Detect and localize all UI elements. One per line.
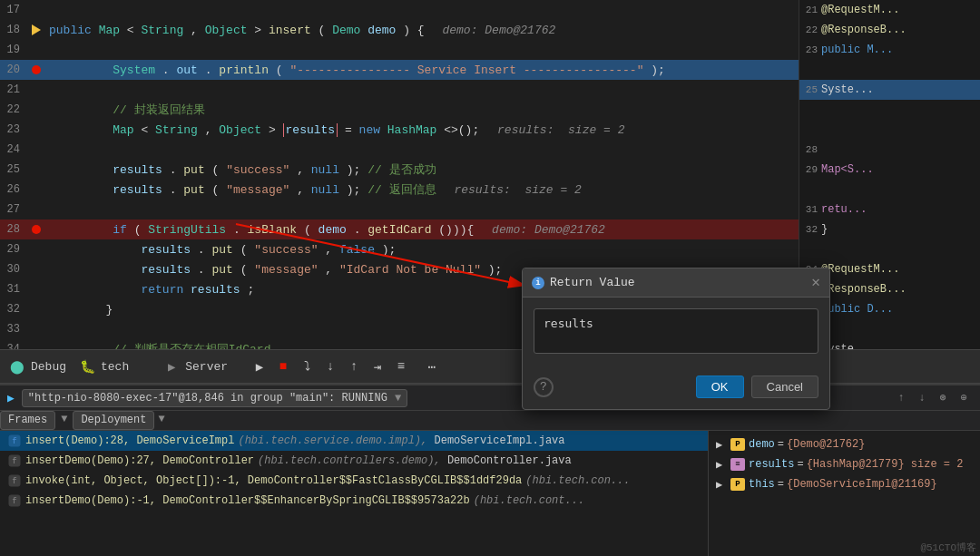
code-line-29: 29 results . put ( "success" , false ); [0,239,799,259]
deployment-dropdown[interactable]: ▼ [154,411,168,430]
var-icon-demo: P [730,438,745,451]
var-value-demo: {Demo@21762} [787,438,865,451]
line-number-25: 25 [0,163,27,176]
frames-dropdown[interactable]: ▼ [55,411,73,430]
server-icon: ▶ [162,356,181,376]
code-line-19: 19 [0,40,799,60]
code-line-24: 24 [0,140,799,160]
frame-icon-2: f [7,454,22,468]
code-line-20: 20 System . out . println ( "-----------… [0,60,799,80]
line-number-23: 23 [0,123,27,136]
breakpoint-28 [32,225,41,234]
line-number-31: 31 [0,283,27,296]
var-item-demo: ▶ P demo = {Demo@21762} [709,434,980,454]
resume-button[interactable]: ▶ [250,356,270,376]
modal-header: i Return Value ✕ [523,268,829,298]
up-arrow-btn[interactable]: ↑ [892,389,910,407]
var-name-this: this [749,478,775,491]
svg-text:f: f [12,477,16,486]
ok-button[interactable]: OK [696,376,744,398]
settings-btn[interactable]: ⊕ [955,389,973,407]
frame-item-3[interactable]: f invoke(int, Object, Object[]):-1, Demo… [0,471,708,491]
step-over-button[interactable]: ⤵ [297,356,317,376]
frame-item-1[interactable]: f insert(Demo):28, DemoServiceImpl (hbi.… [0,431,708,451]
code-line-22: 22 // 封装返回结果 [0,100,799,120]
line-number-22: 22 [0,103,27,116]
frame-icon-1: f [7,434,22,448]
code-line-18: 18 public Map < String , Object > insert… [0,20,799,40]
var-expand-results[interactable]: ▶ [716,458,730,472]
line-number-33: 33 [0,323,27,336]
editor-container: 17 18 public Map < String , [0,0,980,349]
var-expand-this[interactable]: ▶ [716,478,730,492]
frame-location-4: (hbi.tech.cont... [474,494,584,507]
code-line-25: 25 results . put ( "success" , null ); /… [0,160,799,180]
code-line-23: 23 Map < String , Object > results = new… [0,120,799,140]
frames-tab[interactable]: Frames [0,411,55,430]
cancel-button[interactable]: Cancel [751,376,818,398]
debug-icon-2: 🐛 [77,356,97,376]
line-number-29: 29 [0,243,27,256]
frame-item-4[interactable]: f insertDemo(Demo):-1, DemoController$$E… [0,491,708,511]
deployment-tab[interactable]: Deployment [73,411,154,430]
step-out-button[interactable]: ↑ [344,356,364,376]
help-button[interactable]: ? [534,377,554,397]
frame-method-4: insertDemo(Demo):-1, DemoController$$Enh… [25,494,470,507]
dropdown-arrow: ▼ [395,392,401,405]
filter-btn[interactable]: ⊛ [934,389,952,407]
breakpoint-20 [32,65,41,74]
code-content-18: public Map < String , Object > insert ( … [45,24,799,37]
code-content-17 [45,4,799,17]
bottom-panel: ▶ "http-nio-8080-exec-17"@18,846 in grou… [0,384,980,556]
line-number-19: 19 [0,44,27,56]
var-value-this: {DemoServiceImpl@21169} [787,478,937,491]
code-line-28: 28 if ( StringUtils . isBlank ( demo . g… [0,219,799,239]
filter-icons: ↑ ↓ ⊛ ⊕ [892,389,973,407]
var-equals-demo: = [778,438,784,451]
modal-icon: i [532,277,544,289]
var-item-results: ▶ ≡ results = {HashMap@21779} size = 2 [709,454,980,474]
frame-location-3: (hbi.tech.con... [525,474,630,487]
code-line-26: 26 results . put ( "message" , null ); /… [0,180,799,200]
more-button[interactable]: ⋯ [422,356,442,376]
code-content-23: Map < String , Object > results = new Ha… [45,123,799,137]
step-into-button[interactable]: ↓ [320,356,340,376]
thread-row: ▶ "http-nio-8080-exec-17"@18,846 in grou… [0,385,980,411]
var-icon-results: ≡ [730,458,745,471]
line-number-32: 32 [0,303,27,316]
code-content-28: if ( StringUtils . isBlank ( demo . getI… [45,223,799,237]
code-line-21: 21 [0,80,799,100]
thread-selector[interactable]: "http-nio-8080-exec-17"@18,846 in group … [22,389,407,407]
svg-text:f: f [12,497,16,506]
code-line-17: 17 [0,0,799,20]
tech-label: tech [101,360,129,374]
modal-body: results [523,298,829,368]
svg-text:f: f [12,457,16,466]
var-item-this: ▶ P this = {DemoServiceImpl@21169} [709,474,980,494]
return-value-dialog: i Return Value ✕ results ? OK Cancel [522,268,830,410]
frame-item-2[interactable]: f insertDemo(Demo):27, DemoController (h… [0,451,708,471]
line-number-17: 17 [0,4,27,16]
line-number-26: 26 [0,183,27,196]
server-label: Server [185,360,228,374]
run-to-cursor-button[interactable]: ⇥ [368,356,387,376]
watermark: @51CTO博客 [920,541,976,554]
code-content-25: results . put ( "success" , null ); // 是… [45,161,799,178]
var-name-demo: demo [749,438,775,451]
frame-location-2: (hbi.tech.controllers.demo), [258,454,441,467]
modal-close-button[interactable]: ✕ [811,276,820,290]
svg-text:f: f [12,437,16,446]
line-number-30: 30 [0,263,27,276]
stop-button[interactable]: ■ [273,356,293,376]
evaluate-button[interactable]: ≡ [391,356,411,376]
gutter-18 [27,24,45,35]
var-expand-demo[interactable]: ▶ [716,438,730,452]
return-value-input[interactable]: results [534,308,818,354]
gutter-28 [27,225,45,234]
var-equals-results: = [797,458,803,471]
line-number-18: 18 [0,24,27,36]
line-number-34: 34 [0,343,27,349]
line-number-21: 21 [0,83,27,96]
down-arrow-btn[interactable]: ↓ [913,389,931,407]
code-content-22: // 封装返回结果 [45,102,799,118]
